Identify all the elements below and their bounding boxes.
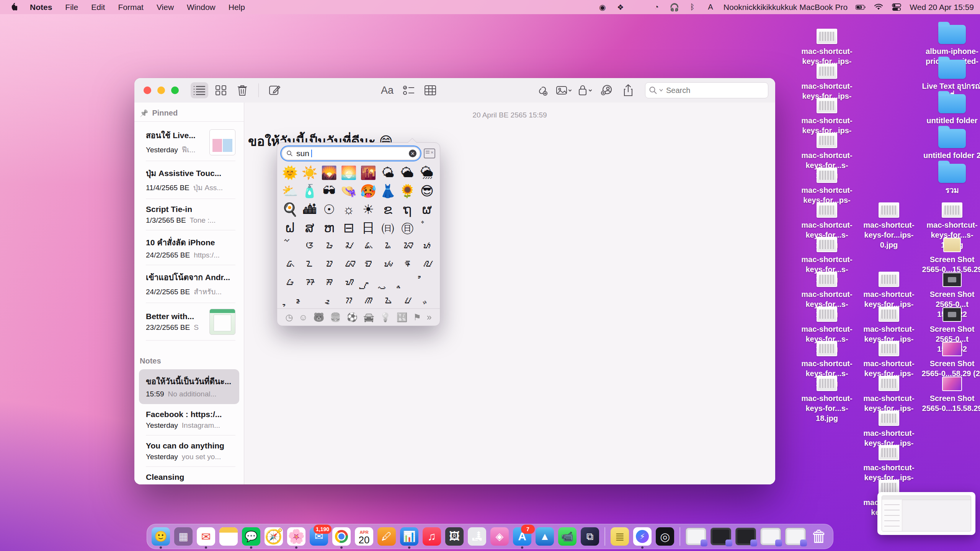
- new-note-button[interactable]: [266, 82, 284, 98]
- emoji-result[interactable]: ᮕ: [323, 258, 336, 271]
- symbols-icon[interactable]: 🔣: [397, 312, 408, 323]
- emoji-result[interactable]: 👗: [380, 184, 396, 197]
- toolbar-search[interactable]: [645, 82, 768, 98]
- emoji-result[interactable]: ㈰: [381, 221, 394, 234]
- emoji-result[interactable]: ᮏ: [362, 240, 375, 253]
- emoji-result[interactable]: 👒: [341, 184, 357, 197]
- emoji-result[interactable]: ⊟: [343, 221, 354, 234]
- note-list-item[interactable]: Facebook : https:/... YesterdayInstagram…: [139, 404, 239, 435]
- animals-icon[interactable]: 🐻: [313, 312, 324, 323]
- emoji-result[interactable]: ᮜ: [420, 258, 433, 271]
- emoji-result[interactable]: 🌄: [321, 166, 337, 179]
- note-list-item[interactable]: สอนใช้ Live... Yesterdayฟีเ...: [139, 123, 239, 161]
- facetime-icon[interactable]: 📹: [558, 527, 577, 546]
- search-input[interactable]: [665, 86, 743, 95]
- add-link-button[interactable]: [534, 82, 551, 98]
- emoji-result[interactable]: ᮋ: [362, 295, 375, 308]
- app-store-icon[interactable]: A 7: [513, 527, 531, 546]
- emoji-result[interactable]: ᮑ: [401, 240, 414, 253]
- note-list-item[interactable]: ปุ่ม Assistive Touc... 11/4/2565 BEปุ่ม …: [139, 161, 239, 199]
- chrome-icon[interactable]: [332, 527, 351, 546]
- delete-note-button[interactable]: [234, 82, 251, 98]
- emoji-result[interactable]: ☼: [343, 203, 354, 216]
- emoji-result[interactable]: ⛅: [282, 184, 298, 197]
- emoji-result[interactable]: 🌅: [341, 166, 357, 179]
- emoji-result[interactable]: ᮘ: [342, 258, 355, 271]
- emoji-result[interactable]: ㊐: [401, 221, 414, 234]
- minimized-window-1[interactable]: [686, 528, 706, 545]
- line-icon[interactable]: 💬: [242, 527, 260, 546]
- emoji-result[interactable]: 🕶: [323, 184, 336, 197]
- emoji-result[interactable]: ຝ: [285, 221, 295, 234]
- clear-search-icon[interactable]: ✕: [409, 150, 416, 157]
- emoji-result[interactable]: 日: [362, 221, 375, 234]
- desktop-icon[interactable]: mac-shortcut-keys-for...ips-0.jpg: [858, 195, 920, 250]
- flags-icon[interactable]: ⚑: [413, 312, 421, 323]
- shortcuts-icon[interactable]: ⧉: [581, 527, 599, 546]
- trash-icon[interactable]: 🗑: [810, 527, 828, 546]
- screenshot-preview-thumbnail[interactable]: [877, 492, 975, 535]
- emoji-result[interactable]: 🌻: [399, 184, 415, 197]
- minimized-window-5[interactable]: [785, 528, 806, 545]
- emoji-result[interactable]: ᮠ: [342, 276, 355, 289]
- objects-icon[interactable]: 💡: [380, 312, 391, 323]
- emoji-result[interactable]: ຫ: [324, 221, 335, 234]
- photos-icon[interactable]: 🌸: [287, 527, 305, 546]
- emoji-result[interactable]: ᮊ: [342, 295, 355, 308]
- finder-icon[interactable]: 🙂: [152, 527, 170, 546]
- emoji-result[interactable]: ᮙ: [362, 258, 375, 271]
- stickies-icon[interactable]: ≣: [611, 527, 629, 546]
- note-list-item[interactable]: Cleansing Mondayแผ่น อนามัย: [139, 467, 239, 484]
- share-button[interactable]: [619, 82, 637, 98]
- calendar-icon[interactable]: APR 20: [355, 527, 373, 546]
- minimized-window-4[interactable]: [760, 528, 781, 545]
- note-list-item[interactable]: เข้าแอปโน้ตจาก Andr... 24/2/2565 BEสำหรั…: [139, 265, 239, 303]
- emoji-search-input[interactable]: [296, 148, 406, 158]
- emoji-result[interactable]: ᮎ: [342, 240, 355, 253]
- preview-icon[interactable]: 🏞: [468, 527, 486, 546]
- emoji-result[interactable]: ສ: [305, 221, 314, 234]
- note-list-item[interactable]: 10 คำสั่งลัด iPhone 24/2/2565 BEhttps:/.…: [139, 230, 239, 265]
- gallery-view-button[interactable]: [212, 82, 230, 98]
- desktop-icon[interactable]: Screen Shot2565-0...15.58.29: [921, 368, 980, 413]
- more-icon[interactable]: »: [427, 312, 432, 323]
- emoji-result[interactable]: 🧴: [301, 184, 317, 197]
- emoji-result[interactable]: ຖ: [403, 203, 412, 216]
- food-icon[interactable]: 🍔: [330, 312, 341, 323]
- emoji-result[interactable]: ᮃ: [303, 240, 316, 253]
- emoji-result[interactable]: ᮝ: [284, 276, 297, 289]
- keynote-icon[interactable]: 📊: [400, 527, 418, 546]
- emoji-search-field[interactable]: ✕: [282, 147, 420, 160]
- table-button[interactable]: [421, 82, 439, 98]
- emoji-result[interactable]: 🌥: [401, 166, 414, 179]
- emoji-result[interactable]: 🌤: [381, 166, 394, 179]
- emoji-result[interactable]: ᮔ: [303, 258, 316, 271]
- checklist-button[interactable]: [400, 82, 418, 98]
- emoji-result[interactable]: ᮓ: [284, 258, 297, 271]
- emoji-result[interactable]: ☀: [363, 203, 374, 216]
- mail-icon[interactable]: ✉ 1,190: [310, 527, 328, 546]
- affinity-photo-icon[interactable]: ◈: [490, 527, 509, 546]
- emoji-result[interactable]: ᮐ: [381, 240, 394, 253]
- emoji-result[interactable]: ᮍ: [381, 295, 394, 308]
- minimized-window-2[interactable]: [710, 528, 731, 545]
- list-view-button[interactable]: [191, 82, 208, 98]
- smileys-icon[interactable]: ☺: [299, 312, 307, 323]
- messenger-icon[interactable]: ⚡: [633, 527, 652, 546]
- music-icon[interactable]: ♫: [423, 527, 441, 546]
- note-list-item[interactable]: ขอให้วันนี้เป็นวันที่ดีนะ... 15:59No add…: [139, 369, 239, 404]
- affinity-designer-icon[interactable]: ▲: [536, 527, 554, 546]
- travel-icon[interactable]: 🚘: [363, 312, 374, 323]
- activity-icon[interactable]: ⚽: [346, 312, 358, 323]
- safari-icon[interactable]: 🧭: [265, 527, 283, 546]
- emoji-result[interactable]: ᮟ: [323, 276, 336, 289]
- emoji-result[interactable]: ᮗ: [401, 295, 414, 308]
- pen-app-icon[interactable]: 🖊: [377, 527, 396, 546]
- emoji-result[interactable]: 😎: [420, 184, 434, 197]
- minimized-window-3[interactable]: [735, 528, 756, 545]
- format-button[interactable]: Aa: [379, 82, 396, 98]
- emoji-result[interactable]: ຜ: [422, 203, 432, 216]
- desktop-icon[interactable]: untitled folder 2: [921, 125, 980, 160]
- launchpad-icon[interactable]: ▦: [174, 527, 193, 546]
- desktop-icon[interactable]: mac-shortcut-keys-for...s-18.jpg: [796, 368, 858, 423]
